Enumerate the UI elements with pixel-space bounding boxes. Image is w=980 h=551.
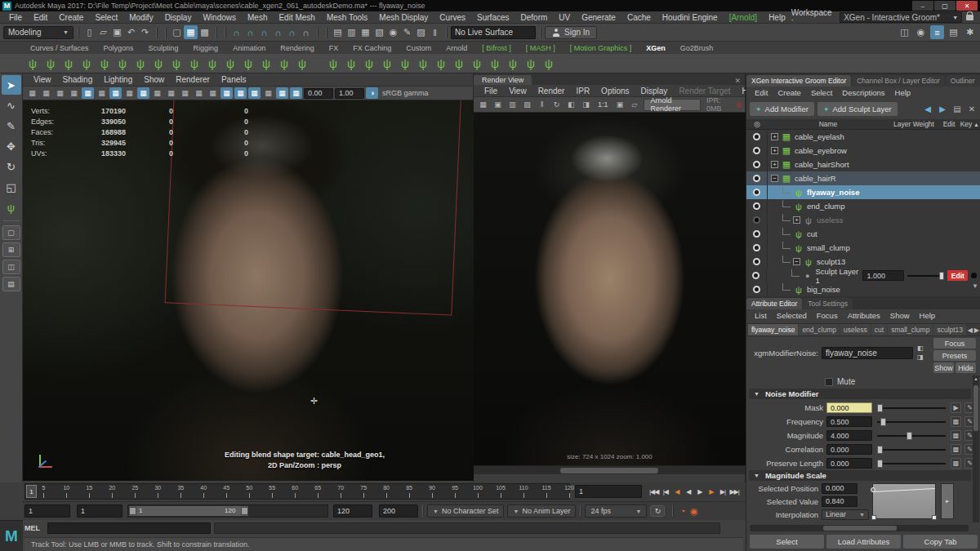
redo-render-icon[interactable]: ▣ [492,99,504,110]
collapse-icon[interactable]: − [793,258,800,265]
screen-space-ao-icon[interactable]: ▦ [276,87,288,99]
render-view-tab[interactable]: Render View [474,75,532,85]
xgen-shelf-icon[interactable]: ψ [150,56,167,72]
menu-help[interactable]: Help [763,13,791,22]
expand-icon[interactable]: + [771,147,778,154]
tree-item-end-clump[interactable]: ψend_clump [746,199,980,213]
expand-icon[interactable]: + [793,216,800,224]
gate-mask-icon[interactable]: ▦ [151,87,163,99]
character-set-dropdown[interactable]: ▼ No Character Set [427,504,504,518]
render-icon[interactable]: ▦ [477,99,489,110]
paint-effects-icon[interactable]: ✎ [400,25,414,39]
attr-hscrollbar[interactable] [750,525,969,531]
visibility-toggle[interactable] [746,241,768,255]
menu-uv[interactable]: UV [553,13,576,22]
scrollbar-thumb[interactable] [973,385,978,431]
visibility-toggle[interactable] [746,185,768,199]
bookmark-icon[interactable]: ▦ [54,87,66,99]
current-frame-marker[interactable]: 1 [26,485,37,498]
xgen-preset-shelf-icon[interactable]: ψ [487,56,503,72]
collapse-all-icon[interactable]: ◀ [922,104,933,115]
hypershade-icon[interactable]: ▥ [345,25,359,39]
snap-view-plane-icon[interactable]: ∩ [285,25,299,39]
xgen-shelf-icon[interactable]: ψ [204,56,220,72]
groom-menu-create[interactable]: Create [773,88,806,97]
checker-map-icon[interactable]: ▩ [951,416,961,427]
select-tool[interactable]: ➤ [2,75,21,95]
film-gate-icon[interactable]: ▦ [123,87,136,99]
animation-preferences-icon[interactable]: ◔ [679,506,685,516]
expand-icon[interactable]: + [771,161,778,168]
render-menu-view[interactable]: View [503,87,532,96]
visibility-toggle[interactable] [746,144,768,158]
auto-keyframe-icon[interactable]: ◉ [690,506,698,517]
menu-set-selector[interactable]: Modeling ▼ [3,26,74,39]
go-to-start-button[interactable]: |◀◀ [648,486,659,497]
snap-projected-center-icon[interactable]: ∩ [271,25,285,39]
snap-curve-icon[interactable]: ∩ [243,25,257,39]
shelf-tab-arnold[interactable]: Arnold [439,44,474,52]
node-history-forward-icon[interactable]: ◨ [917,353,924,361]
visibility-toggle[interactable] [746,199,768,213]
pause-ipr-icon[interactable]: ‖ [536,99,548,110]
tree-item-sculpt13[interactable]: −ψsculpt13 [746,255,980,269]
panel-tab-channel-box-layer-editor[interactable]: Channel Box / Layer Editor [852,75,945,87]
node-name-field[interactable]: flyaway_noise [822,347,913,359]
layer-weight-column-header[interactable]: Layer Weight [889,120,939,128]
xgen-preset-shelf-icon[interactable]: ψ [469,56,485,72]
viewport-menu-renderer[interactable]: Renderer [170,75,216,84]
xgen-preset-shelf-icon[interactable]: ψ [361,56,377,72]
sign-in-button[interactable]: Sign In [545,26,597,39]
param-field-preserve-length[interactable]: 0.000 [826,458,872,469]
grease-pencil-icon[interactable]: ▦ [96,87,108,99]
edit-layer-button[interactable]: Edit [947,270,968,281]
presets-button[interactable]: Presets [933,350,976,361]
animation-start-field[interactable]: 1 [24,504,70,518]
node-tab-sculpt13[interactable]: sculpt13 [933,324,966,335]
param-slider-frequency[interactable] [877,421,946,423]
panel-close-icon[interactable]: ✕ [730,77,745,85]
slider-handle[interactable] [877,404,883,412]
playblast-icon[interactable]: ‖ [428,25,442,39]
menu-mesh-display[interactable]: Mesh Display [373,13,434,22]
groom-menu-descriptions[interactable]: Descriptions [837,88,889,97]
zoom-ratio-button[interactable]: 1:1 [598,100,608,109]
layer-weight-slider[interactable] [907,275,945,277]
two-pane-layout[interactable]: ◫ [2,260,20,274]
xgen-shelf-icon[interactable]: ψ [96,56,113,72]
xgen-preset-shelf-icon[interactable]: ψ [433,56,449,72]
hide-button[interactable]: Hide [956,362,976,373]
single-pane-layout[interactable]: ▢ [2,225,20,240]
checker-map-icon[interactable]: ▩ [951,444,961,455]
renderer-selector[interactable]: Arnold Renderer [644,99,701,111]
slider-handle[interactable] [880,418,886,426]
ae-menu-show[interactable]: Show [885,311,915,320]
render-menu-render[interactable]: Render [532,87,571,96]
ramp-point-handle[interactable] [871,487,875,492]
ramp-preset-strip[interactable]: ▸ [941,483,954,519]
current-frame-field[interactable]: 1 [575,485,642,498]
fps-dropdown[interactable]: 24 fps ▼ [585,504,647,518]
ipr-render-icon[interactable]: ▨ [521,99,533,110]
workspace-lock-icon[interactable] [966,15,973,20]
ramp-widget[interactable] [872,483,936,519]
step-back-frame-button[interactable]: ◀ [671,486,682,497]
visibility-toggle[interactable] [746,171,768,185]
tool-settings-icon[interactable]: ✱ [963,25,977,39]
slider-handle[interactable] [939,272,944,280]
xgen-shelf-icon[interactable]: ψ [276,56,292,72]
xgen-shelf-icon[interactable]: ψ [294,56,310,72]
menu-edit-mesh[interactable]: Edit Mesh [273,13,320,22]
shelf-tab-mash[interactable]: [ MASH ] [519,44,563,52]
ae-menu-list[interactable]: List [750,311,772,320]
create-folder-icon[interactable]: ▤ [951,104,963,115]
show-button[interactable]: Show [933,362,954,373]
redo-icon[interactable]: ↷ [138,25,152,39]
anti-alias-icon[interactable]: ▦ [290,87,302,99]
ae-tab-attribute-editor[interactable]: Attribute Editor [746,298,802,309]
tree-item-cable-hairshort[interactable]: +▦cable_hairShort [746,158,980,171]
select-hierarchy-icon[interactable]: ▢ [170,25,184,39]
scroll-left-icon[interactable]: ◀ [968,327,973,334]
shelf-tab-xgen[interactable]: XGen [639,44,673,52]
step-forward-key-button[interactable]: ▶| [717,486,728,497]
